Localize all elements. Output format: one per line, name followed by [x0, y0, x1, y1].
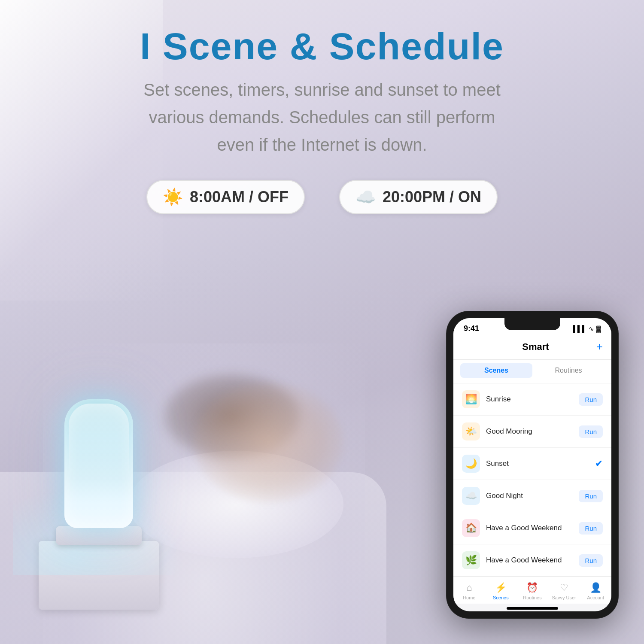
nav-home[interactable]: ⌂ Home	[453, 582, 485, 600]
savvy-user-icon: ♡	[560, 582, 568, 593]
nav-scenes[interactable]: ⚡ Scenes	[485, 582, 517, 600]
nav-routines[interactable]: ⏰ Routines	[516, 582, 548, 600]
schedule-row: ☀️ 8:00AM / OFF ☁️ 20:00PM / ON	[0, 180, 644, 214]
scene-name-weekend-1: Have a Good Weekend	[486, 524, 573, 532]
scene-run-good-morning[interactable]: Run	[579, 425, 603, 438]
lamp-body	[64, 399, 133, 528]
tab-routines[interactable]: Routines	[532, 363, 605, 378]
schedule-morning-text: 8:00AM / OFF	[190, 188, 289, 206]
smart-lamp	[47, 399, 150, 545]
nav-home-label: Home	[463, 595, 475, 600]
status-time: 9:41	[464, 324, 479, 333]
scene-name-weekend-2: Have a Good Weekend	[486, 556, 573, 565]
nav-scenes-label: Scenes	[493, 595, 509, 600]
scene-list: 🌅 Sunrise Run 🌤️ Good Mooring Run 🌙 Suns…	[453, 383, 611, 577]
page-title: I Scene & Schedule	[0, 26, 644, 67]
nav-account-label: Account	[587, 595, 604, 600]
sunset-icon: 🌙	[462, 455, 480, 473]
app-header: Smart +	[453, 336, 611, 360]
weekend-2-icon: 🌿	[462, 551, 480, 569]
schedule-evening-pill: ☁️ 20:00PM / ON	[339, 180, 498, 214]
moon-cloud-icon: ☁️	[355, 188, 376, 207]
scene-name-good-morning: Good Mooring	[486, 427, 573, 436]
page-subtitle: Set scenes, timers, sunrise and sunset t…	[129, 76, 515, 158]
nightstand	[39, 541, 159, 610]
good-night-icon: ☁️	[462, 487, 480, 505]
phone-frame: 9:41 ▌▌▌ ∿ ▓ Smart + Scenes Routines	[447, 311, 618, 618]
phone-screen: 9:41 ▌▌▌ ∿ ▓ Smart + Scenes Routines	[453, 318, 611, 611]
scene-item-good-night[interactable]: ☁️ Good Night Run	[453, 480, 611, 512]
app-tabs: Scenes Routines	[453, 360, 611, 383]
scene-item-weekend-1[interactable]: 🏠 Have a Good Weekend Run	[453, 512, 611, 544]
nav-account[interactable]: 👤 Account	[580, 582, 611, 600]
weekend-1-icon: 🏠	[462, 519, 480, 537]
scene-name-good-night: Good Night	[486, 492, 573, 500]
signal-icon: ▌▌▌	[573, 325, 586, 332]
scene-item-sunset[interactable]: 🌙 Sunset ✔	[453, 448, 611, 480]
home-indicator	[507, 607, 558, 610]
nav-savvy-user[interactable]: ♡ Savvy User	[548, 582, 580, 600]
scene-item-good-morning[interactable]: 🌤️ Good Mooring Run	[453, 416, 611, 448]
wifi-icon: ∿	[589, 325, 594, 333]
account-icon: 👤	[590, 582, 601, 593]
app-title: Smart	[475, 341, 596, 352]
scene-item-sunrise[interactable]: 🌅 Sunrise Run	[453, 383, 611, 416]
lamp-base	[56, 526, 142, 545]
main-content: I Scene & Schedule Set scenes, timers, s…	[0, 0, 644, 231]
sun-icon: ☀️	[163, 188, 183, 207]
scene-name-sunset: Sunset	[486, 459, 589, 468]
status-icons: ▌▌▌ ∿ ▓	[573, 325, 601, 333]
routines-nav-icon: ⏰	[526, 582, 538, 593]
tab-scenes[interactable]: Scenes	[460, 363, 532, 378]
nav-savvy-label: Savvy User	[552, 595, 576, 600]
sunrise-icon: 🌅	[462, 390, 480, 408]
scene-run-weekend-1[interactable]: Run	[579, 522, 603, 535]
battery-icon: ▓	[596, 325, 601, 332]
scene-run-good-night[interactable]: Run	[579, 490, 603, 502]
scene-item-weekend-2[interactable]: 🌿 Have a Good Weekend Run	[453, 544, 611, 577]
person-head	[193, 382, 343, 502]
scene-run-sunrise[interactable]: Run	[579, 393, 603, 406]
home-icon: ⌂	[466, 582, 472, 593]
scene-name-sunrise: Sunrise	[486, 395, 573, 404]
phone-notch	[504, 318, 560, 330]
schedule-evening-text: 20:00PM / ON	[383, 188, 481, 206]
nav-routines-label: Routines	[523, 595, 541, 600]
schedule-morning-pill: ☀️ 8:00AM / OFF	[146, 180, 305, 214]
good-morning-icon: 🌤️	[462, 422, 480, 440]
app-bottom-nav: ⌂ Home ⚡ Scenes ⏰ Routines ♡ Savvy User …	[453, 577, 611, 604]
scene-run-weekend-2[interactable]: Run	[579, 554, 603, 567]
scene-check-sunset: ✔	[595, 458, 603, 469]
scenes-nav-icon: ⚡	[495, 582, 507, 593]
phone-mockup: 9:41 ▌▌▌ ∿ ▓ Smart + Scenes Routines	[447, 311, 618, 618]
header: I Scene & Schedule Set scenes, timers, s…	[0, 0, 644, 231]
add-scene-button[interactable]: +	[596, 340, 603, 353]
